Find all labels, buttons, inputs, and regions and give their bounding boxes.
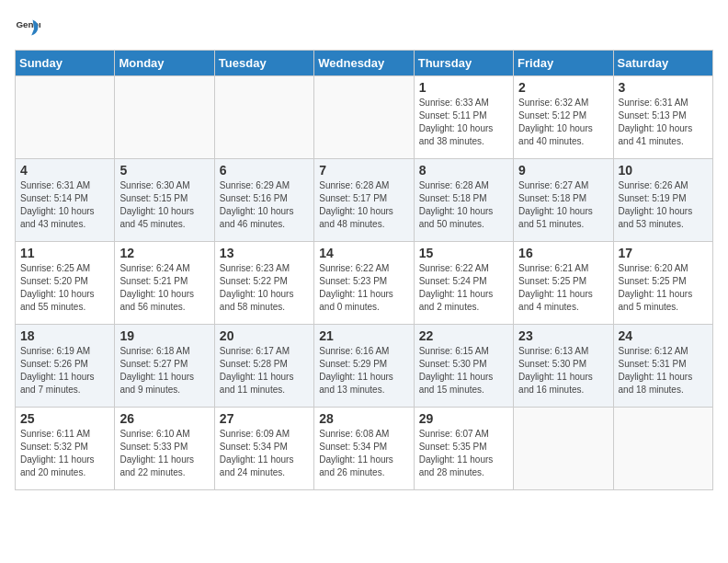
day-number: 4 <box>20 163 109 178</box>
calendar-cell: 2Sunrise: 6:32 AM Sunset: 5:12 PM Daylig… <box>514 76 613 159</box>
day-number: 21 <box>319 328 408 343</box>
col-header-wednesday: Wednesday <box>314 51 414 76</box>
day-number: 15 <box>419 246 508 260</box>
calendar-cell: 22Sunrise: 6:15 AM Sunset: 5:30 PM Dayli… <box>414 325 513 408</box>
day-number: 23 <box>518 328 608 343</box>
day-info: Sunrise: 6:21 AM Sunset: 5:25 PM Dayligh… <box>518 262 608 314</box>
calendar-cell: 10Sunrise: 6:26 AM Sunset: 5:19 PM Dayli… <box>613 159 712 242</box>
day-info: Sunrise: 6:10 AM Sunset: 5:33 PM Dayligh… <box>119 428 209 479</box>
day-number: 25 <box>20 411 109 426</box>
day-number: 19 <box>119 328 209 343</box>
calendar-cell: 28Sunrise: 6:08 AM Sunset: 5:34 PM Dayli… <box>314 408 414 490</box>
day-number: 5 <box>119 163 209 178</box>
calendar-cell: 18Sunrise: 6:19 AM Sunset: 5:26 PM Dayli… <box>16 325 115 408</box>
day-number: 11 <box>20 246 109 260</box>
day-number: 22 <box>419 328 508 343</box>
calendar-cell: 29Sunrise: 6:07 AM Sunset: 5:35 PM Dayli… <box>414 408 513 490</box>
day-info: Sunrise: 6:19 AM Sunset: 5:26 PM Dayligh… <box>20 345 109 396</box>
day-info: Sunrise: 6:11 AM Sunset: 5:32 PM Dayligh… <box>20 428 109 479</box>
day-number: 1 <box>419 80 508 95</box>
day-number: 14 <box>319 246 408 260</box>
day-number: 8 <box>419 163 508 178</box>
day-number: 27 <box>220 411 309 426</box>
calendar-cell: 4Sunrise: 6:31 AM Sunset: 5:14 PM Daylig… <box>16 159 115 242</box>
col-header-friday: Friday <box>514 51 613 76</box>
page-header: General <box>15 15 713 40</box>
day-number: 6 <box>220 163 309 178</box>
day-info: Sunrise: 6:32 AM Sunset: 5:12 PM Dayligh… <box>518 97 608 148</box>
day-info: Sunrise: 6:22 AM Sunset: 5:23 PM Dayligh… <box>319 262 408 314</box>
day-number: 24 <box>619 328 708 343</box>
calendar-cell: 25Sunrise: 6:11 AM Sunset: 5:32 PM Dayli… <box>16 408 115 490</box>
calendar-cell: 5Sunrise: 6:30 AM Sunset: 5:15 PM Daylig… <box>115 159 214 242</box>
calendar-cell: 9Sunrise: 6:27 AM Sunset: 5:18 PM Daylig… <box>514 159 613 242</box>
day-info: Sunrise: 6:30 AM Sunset: 5:15 PM Dayligh… <box>119 179 209 231</box>
day-info: Sunrise: 6:16 AM Sunset: 5:29 PM Dayligh… <box>319 345 408 396</box>
col-header-saturday: Saturday <box>613 51 712 76</box>
day-info: Sunrise: 6:07 AM Sunset: 5:35 PM Dayligh… <box>419 428 508 479</box>
day-info: Sunrise: 6:20 AM Sunset: 5:25 PM Dayligh… <box>619 262 708 314</box>
day-info: Sunrise: 6:28 AM Sunset: 5:18 PM Dayligh… <box>419 179 508 231</box>
day-info: Sunrise: 6:25 AM Sunset: 5:20 PM Dayligh… <box>20 262 109 314</box>
calendar-cell: 3Sunrise: 6:31 AM Sunset: 5:13 PM Daylig… <box>613 76 712 159</box>
calendar-cell: 16Sunrise: 6:21 AM Sunset: 5:25 PM Dayli… <box>514 242 613 325</box>
day-info: Sunrise: 6:17 AM Sunset: 5:28 PM Dayligh… <box>220 345 309 396</box>
day-number: 20 <box>220 328 309 343</box>
col-header-tuesday: Tuesday <box>214 51 313 76</box>
calendar-cell: 20Sunrise: 6:17 AM Sunset: 5:28 PM Dayli… <box>214 325 313 408</box>
day-info: Sunrise: 6:08 AM Sunset: 5:34 PM Dayligh… <box>319 428 408 479</box>
day-info: Sunrise: 6:12 AM Sunset: 5:31 PM Dayligh… <box>619 345 708 396</box>
calendar-cell <box>514 408 613 490</box>
day-number: 26 <box>119 411 209 426</box>
day-info: Sunrise: 6:13 AM Sunset: 5:30 PM Dayligh… <box>518 345 608 396</box>
calendar-cell: 17Sunrise: 6:20 AM Sunset: 5:25 PM Dayli… <box>613 242 712 325</box>
calendar-cell: 12Sunrise: 6:24 AM Sunset: 5:21 PM Dayli… <box>115 242 214 325</box>
calendar-cell: 21Sunrise: 6:16 AM Sunset: 5:29 PM Dayli… <box>314 325 414 408</box>
day-info: Sunrise: 6:18 AM Sunset: 5:27 PM Dayligh… <box>119 345 209 396</box>
day-info: Sunrise: 6:22 AM Sunset: 5:24 PM Dayligh… <box>419 262 508 314</box>
day-number: 9 <box>518 163 608 178</box>
calendar-cell <box>16 76 115 159</box>
day-number: 2 <box>518 80 608 95</box>
day-info: Sunrise: 6:24 AM Sunset: 5:21 PM Dayligh… <box>119 262 209 314</box>
day-info: Sunrise: 6:09 AM Sunset: 5:34 PM Dayligh… <box>220 428 309 479</box>
calendar-cell: 6Sunrise: 6:29 AM Sunset: 5:16 PM Daylig… <box>214 159 313 242</box>
day-number: 7 <box>319 163 408 178</box>
calendar-cell <box>214 76 313 159</box>
calendar-cell: 13Sunrise: 6:23 AM Sunset: 5:22 PM Dayli… <box>214 242 313 325</box>
calendar-cell: 15Sunrise: 6:22 AM Sunset: 5:24 PM Dayli… <box>414 242 513 325</box>
day-number: 10 <box>619 163 708 178</box>
col-header-monday: Monday <box>115 51 214 76</box>
calendar-table: SundayMondayTuesdayWednesdayThursdayFrid… <box>15 50 713 490</box>
day-info: Sunrise: 6:23 AM Sunset: 5:22 PM Dayligh… <box>220 262 309 314</box>
day-info: Sunrise: 6:33 AM Sunset: 5:11 PM Dayligh… <box>419 97 508 148</box>
col-header-sunday: Sunday <box>16 51 115 76</box>
logo: General <box>15 15 44 40</box>
day-number: 16 <box>518 246 608 260</box>
day-info: Sunrise: 6:28 AM Sunset: 5:17 PM Dayligh… <box>319 179 408 231</box>
day-info: Sunrise: 6:26 AM Sunset: 5:19 PM Dayligh… <box>619 179 708 231</box>
calendar-cell: 24Sunrise: 6:12 AM Sunset: 5:31 PM Dayli… <box>613 325 712 408</box>
calendar-cell: 11Sunrise: 6:25 AM Sunset: 5:20 PM Dayli… <box>16 242 115 325</box>
day-info: Sunrise: 6:31 AM Sunset: 5:14 PM Dayligh… <box>20 179 109 231</box>
calendar-cell: 19Sunrise: 6:18 AM Sunset: 5:27 PM Dayli… <box>115 325 214 408</box>
day-number: 28 <box>319 411 408 426</box>
calendar-cell: 7Sunrise: 6:28 AM Sunset: 5:17 PM Daylig… <box>314 159 414 242</box>
day-number: 18 <box>20 328 109 343</box>
day-number: 29 <box>419 411 508 426</box>
day-number: 3 <box>619 80 708 95</box>
day-number: 13 <box>220 246 309 260</box>
col-header-thursday: Thursday <box>414 51 513 76</box>
calendar-cell <box>314 76 414 159</box>
calendar-cell: 27Sunrise: 6:09 AM Sunset: 5:34 PM Dayli… <box>214 408 313 490</box>
day-number: 17 <box>619 246 708 260</box>
calendar-cell: 26Sunrise: 6:10 AM Sunset: 5:33 PM Dayli… <box>115 408 214 490</box>
calendar-cell: 1Sunrise: 6:33 AM Sunset: 5:11 PM Daylig… <box>414 76 513 159</box>
calendar-cell <box>115 76 214 159</box>
day-info: Sunrise: 6:29 AM Sunset: 5:16 PM Dayligh… <box>220 179 309 231</box>
day-number: 12 <box>119 246 209 260</box>
day-info: Sunrise: 6:27 AM Sunset: 5:18 PM Dayligh… <box>518 179 608 231</box>
day-info: Sunrise: 6:31 AM Sunset: 5:13 PM Dayligh… <box>619 97 708 148</box>
calendar-cell: 23Sunrise: 6:13 AM Sunset: 5:30 PM Dayli… <box>514 325 613 408</box>
day-info: Sunrise: 6:15 AM Sunset: 5:30 PM Dayligh… <box>419 345 508 396</box>
